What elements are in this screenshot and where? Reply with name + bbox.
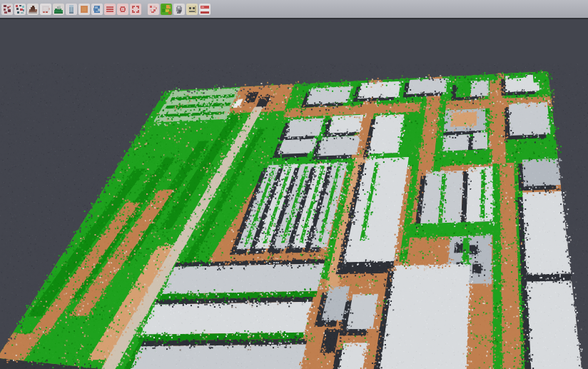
red-brackets-icon: [130, 4, 141, 15]
app-window: [0, 0, 588, 369]
table-x-icon: [186, 4, 198, 15]
classification-map-icon: [161, 4, 172, 15]
3d-viewport[interactable]: [0, 0, 588, 369]
orange-square-icon: [78, 4, 90, 15]
red-brackets-icon[interactable]: [130, 4, 141, 15]
sphere-icon: [173, 4, 185, 15]
table-x-icon[interactable]: [186, 4, 198, 15]
red-layers-icon[interactable]: [199, 4, 211, 15]
red-lines-icon: [104, 4, 116, 15]
classification-map-icon[interactable]: [161, 4, 172, 15]
toolbar: [0, 0, 588, 19]
mountain-icon: [27, 4, 39, 15]
red-checker-icon: [148, 4, 159, 15]
globe-icon: [91, 4, 103, 15]
orange-square-icon[interactable]: [78, 4, 90, 15]
red-lines-icon[interactable]: [104, 4, 116, 15]
red-ring-icon: [117, 4, 128, 15]
red-ring-icon[interactable]: [117, 4, 128, 15]
terrain-icon: [53, 4, 64, 15]
dashed-box-icon[interactable]: [40, 4, 51, 15]
colored-points-icon[interactable]: [14, 4, 26, 15]
globe-icon[interactable]: [91, 4, 103, 15]
ruler-bar-icon[interactable]: [66, 4, 77, 15]
ruler-bar-icon: [66, 4, 77, 15]
sphere-icon[interactable]: [173, 4, 185, 15]
red-points-icon: [1, 4, 13, 15]
red-layers-icon: [199, 4, 211, 15]
terrain-icon[interactable]: [53, 4, 64, 15]
mountain-icon[interactable]: [27, 4, 39, 15]
dashed-box-icon: [40, 4, 51, 15]
colored-points-icon: [14, 4, 26, 15]
red-checker-icon[interactable]: [148, 4, 159, 15]
red-points-icon[interactable]: [1, 4, 13, 15]
